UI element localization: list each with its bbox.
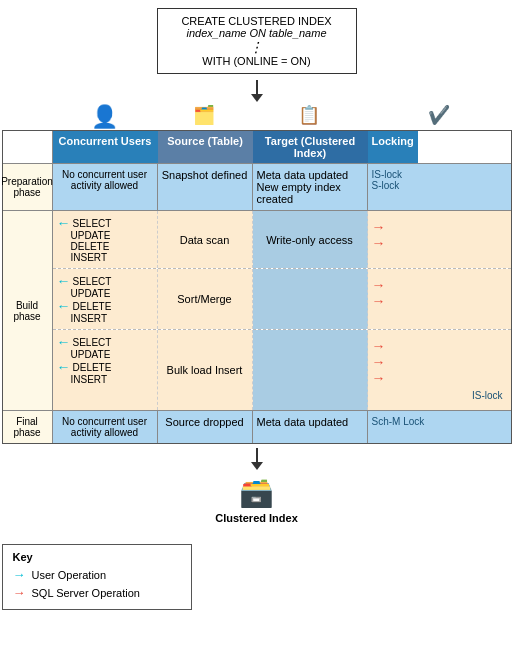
delete-label3: DELETE — [73, 362, 112, 373]
select-row3: ← SELECT — [57, 335, 153, 349]
col-header-source: Source (Table) — [158, 131, 253, 163]
sql-op-label: SQL Server Operation — [32, 587, 140, 599]
col-header-concurrent: Concurrent Users — [53, 131, 158, 163]
writeonly-label: Write-only access — [266, 234, 353, 246]
prep-lock1: IS-lock — [372, 169, 507, 180]
main-arrow-down — [251, 80, 263, 102]
prep-source-text: Snapshot defined — [162, 169, 248, 181]
blue-arrow-key: → — [13, 567, 26, 582]
update-label3: UPDATE — [57, 349, 153, 360]
sql-op-key: → SQL Server Operation — [13, 585, 181, 600]
sub3-red-arrow3: → — [372, 371, 507, 385]
build-phase-label: Build phase — [3, 211, 53, 410]
red-arrow-4: → — [372, 294, 386, 308]
build-sub3-lock: → → → IS-lock — [368, 330, 511, 410]
build-is-lock: IS-lock — [372, 385, 507, 405]
col-header-locking: Locking — [368, 131, 418, 163]
red-arrow-2: → — [372, 236, 386, 250]
sub2-arrows: → → — [372, 278, 507, 308]
build-sub1: ← SELECT UPDATE DELETE INSERT Data scan … — [53, 211, 511, 269]
sub3-arrows: → → → — [372, 339, 507, 385]
red-arrow-key: → — [13, 585, 26, 600]
final-source-text: Source dropped — [162, 416, 248, 428]
blue-arrow-select: ← — [57, 216, 71, 230]
datascan-label: Data scan — [180, 234, 230, 246]
prep-concurrent-text: No concurrent user activity allowed — [57, 169, 153, 191]
select-label3: SELECT — [73, 337, 112, 348]
index-icon: 📋 — [298, 104, 320, 130]
sql-dots: ⋮ — [170, 39, 344, 55]
icon-row: 👤 🗂️ 📋 ✔️ — [52, 104, 512, 130]
prep-phase-content: No concurrent user activity allowed Snap… — [53, 164, 511, 210]
insert-label3: INSERT — [57, 374, 153, 385]
prep-target-text1: Meta data updated — [257, 169, 363, 181]
source-icon-area: 🗂️ — [157, 104, 252, 130]
arrow-line — [256, 80, 258, 94]
build-sub3-src: Bulk load Insert — [158, 330, 253, 410]
sub3-red-arrow1: → — [372, 339, 507, 353]
prep-lock2: S-lock — [372, 180, 507, 191]
final-concurrent-text: No concurrent user activity allowed — [57, 416, 153, 438]
delete-label2: DELETE — [73, 301, 112, 312]
prep-phase-row: Preparation phase No concurrent user act… — [3, 164, 511, 211]
table-icon: 🗂️ — [193, 104, 215, 130]
update-label: UPDATE — [57, 230, 153, 241]
key-box: Key → User Operation → SQL Server Operat… — [2, 544, 192, 610]
target-icon-area: 📋 — [252, 104, 367, 130]
red-arrow-7: → — [372, 371, 386, 385]
key-title: Key — [13, 551, 181, 563]
build-sub2-tgt — [253, 269, 368, 329]
final-lock-cell: Sch-M Lock — [368, 411, 511, 443]
bottom-arrow-line — [256, 448, 258, 462]
final-phase-label: Final phase — [3, 411, 53, 443]
blue-arrow-select3: ← — [57, 335, 71, 349]
sql-box: CREATE CLUSTERED INDEX index_name ON tab… — [157, 8, 357, 74]
delete-row3: ← DELETE — [57, 360, 153, 374]
prep-phase-label: Preparation phase — [3, 164, 53, 210]
blue-arrow-delete2: ← — [57, 299, 71, 313]
key-section-wrapper: Key → User Operation → SQL Server Operat… — [2, 534, 512, 610]
bottom-arrow — [251, 448, 263, 470]
build-sub2: ← SELECT UPDATE ← DELETE INSERT Sort/Mer… — [53, 269, 511, 330]
clustered-index-icon: 🗃️ — [239, 476, 274, 509]
lock-icon-area: ✔️ — [367, 104, 512, 130]
build-inner: ← SELECT UPDATE DELETE INSERT Data scan … — [53, 211, 511, 410]
select-row2: ← SELECT — [57, 274, 153, 288]
build-sub3: ← SELECT UPDATE ← DELETE INSERT Bulk loa… — [53, 330, 511, 410]
red-arrow-3: → — [372, 278, 386, 292]
insert-label2: INSERT — [57, 313, 153, 324]
sub1-red-arrow2: → — [372, 236, 507, 250]
bulkload-label: Bulk load Insert — [167, 364, 243, 376]
sub1-red-arrow1: → — [372, 220, 507, 234]
user-op-key: → User Operation — [13, 567, 181, 582]
sub2-red-arrow1: → — [372, 278, 507, 292]
final-lock-text: Sch-M Lock — [372, 416, 507, 427]
select-row: ← SELECT — [57, 216, 153, 230]
sql-line2: index_name ON table_name — [170, 27, 344, 39]
final-source-cell: Source dropped — [158, 411, 253, 443]
build-sub3-conc: ← SELECT UPDATE ← DELETE INSERT — [53, 330, 158, 410]
build-sub2-lock: → → — [368, 269, 511, 329]
diagram-frame: Concurrent Users Source (Table) Target (… — [2, 130, 512, 444]
final-target-cell: Meta data updated — [253, 411, 368, 443]
build-phase-row: Build phase ← SELECT UPDATE DELETE INSER… — [3, 211, 511, 411]
build-sub1-lock: → → — [368, 211, 511, 268]
sortmerge-label: Sort/Merge — [177, 293, 231, 305]
final-phase-row: Final phase No concurrent user activity … — [3, 411, 511, 443]
sub2-red-arrow2: → — [372, 294, 507, 308]
islock-label: IS-lock — [472, 390, 503, 401]
select-label2: SELECT — [73, 276, 112, 287]
blue-arrow-select2: ← — [57, 274, 71, 288]
clustered-index-label: Clustered Index — [215, 512, 298, 524]
concurrent-icon-area: 👤 — [52, 104, 157, 130]
prep-source-cell: Snapshot defined — [158, 164, 253, 210]
final-concurrent-cell: No concurrent user activity allowed — [53, 411, 158, 443]
prep-target-cell: Meta data updated New empty index create… — [253, 164, 368, 210]
header-row: Concurrent Users Source (Table) Target (… — [3, 131, 511, 164]
sql-line3: WITH (ONLINE = ON) — [170, 55, 344, 67]
build-sub3-tgt — [253, 330, 368, 410]
red-arrow-5: → — [372, 339, 386, 353]
arrow-head — [251, 94, 263, 102]
update-label2: UPDATE — [57, 288, 153, 299]
red-arrow-6: → — [372, 355, 386, 369]
